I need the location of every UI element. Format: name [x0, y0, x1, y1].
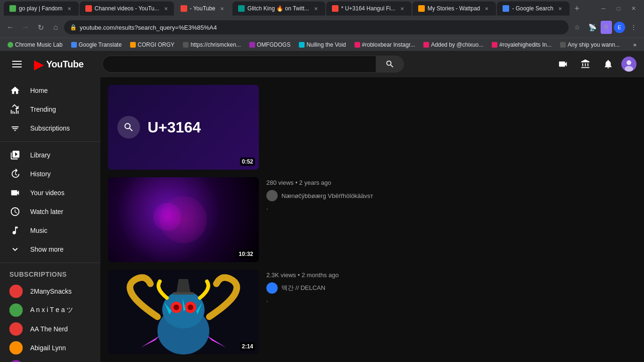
- address-bar[interactable]: 🔒 youtube.com/results?search_query=%E3%8…: [64, 20, 569, 34]
- views-2: 280 views: [266, 179, 294, 186]
- svg-point-5: [625, 66, 633, 72]
- home-button[interactable]: ⌂: [49, 21, 62, 34]
- bookmark-chrismcken[interactable]: https://chrismcken...: [179, 40, 245, 50]
- svg-rect-2: [12, 66, 22, 67]
- bookmark-corgi-orgy[interactable]: CORGI ORGY: [126, 40, 178, 50]
- views-3: 2.3K views: [266, 272, 296, 279]
- cast-button[interactable]: 📡: [586, 21, 599, 34]
- bookmark-omfgdogs[interactable]: OMFGDOGS: [246, 40, 294, 50]
- forward-button[interactable]: →: [19, 21, 32, 34]
- time-ago-2: 2 years ago: [299, 179, 331, 186]
- sidebar-item-subscriptions[interactable]: Subscriptions: [4, 119, 97, 138]
- close-window-button[interactable]: ✕: [627, 2, 640, 15]
- tab-1[interactable]: go play | Fandom ✕: [4, 1, 79, 16]
- tab-7-label: - Google Search: [512, 5, 553, 12]
- maximize-button[interactable]: □: [612, 2, 625, 15]
- bookmark-label: https://chrismcken...: [190, 41, 241, 48]
- video-meta-3: 2.3K views • 2 months ago: [266, 272, 636, 279]
- tab-6[interactable]: My Stories - Wattpad ✕: [413, 1, 496, 16]
- bookmarks-bar: Chrome Music Lab Google Translate CORGI …: [0, 38, 644, 51]
- back-button[interactable]: ←: [4, 21, 17, 34]
- tab-5[interactable]: * U+3164 Hangul Fi... ✕: [326, 1, 412, 16]
- bookmark-any-ship[interactable]: Any ship you wann...: [556, 40, 624, 50]
- extensions-button[interactable]: R: [601, 21, 612, 34]
- tab-4-label: Glitch King 🔥 on Twitt...: [248, 5, 309, 12]
- bookmark-label: #royalehighedits In...: [499, 41, 552, 48]
- subscription-item-anxitea[interactable]: A n x i T e a ツ: [4, 301, 97, 320]
- bookmark-added-chixuo[interactable]: Added by @chixuo...: [420, 40, 487, 50]
- sidebar-item-label: Library: [30, 151, 50, 159]
- subscriptions-icon: [9, 123, 21, 134]
- bookmark-nulling-void[interactable]: Nulling the Void: [295, 40, 349, 50]
- tab-4[interactable]: Glitch King 🔥 on Twitt... ✕: [232, 1, 325, 16]
- tab-2-close[interactable]: ✕: [162, 5, 170, 12]
- sidebar-item-music[interactable]: Music: [4, 221, 97, 240]
- sidebar-item-show-more[interactable]: Show more: [4, 240, 97, 259]
- apps-button[interactable]: [576, 55, 595, 74]
- tab-2[interactable]: Channel videos - YouTu... ✕: [80, 1, 174, 16]
- sidebar-item-home[interactable]: Home: [4, 81, 97, 100]
- youtube-logo[interactable]: ▶ YouTube: [34, 57, 83, 72]
- subscription-item-2manysnacks[interactable]: 2ManySnacks: [4, 282, 97, 301]
- tab-4-favicon: [238, 5, 245, 12]
- upload-button[interactable]: [553, 55, 572, 74]
- show-more-label: Show more: [30, 246, 64, 253]
- sidebar-item-label: Music: [30, 227, 48, 234]
- video-desc-2: ·: [266, 205, 636, 212]
- bookmark-google-translate[interactable]: Google Translate: [67, 40, 125, 50]
- tab-7-close[interactable]: ✕: [556, 5, 564, 12]
- subscription-item-aa-the-nerd[interactable]: AA The Nerd: [4, 320, 97, 338]
- thumbnail-1[interactable]: U+3164 0:52: [108, 85, 259, 170]
- bookmark-label: Nulling the Void: [306, 41, 346, 48]
- reload-button[interactable]: ↻: [34, 21, 47, 34]
- tab-4-close[interactable]: ✕: [312, 5, 320, 12]
- tab-3-close[interactable]: ✕: [218, 5, 226, 12]
- search-form: [102, 56, 404, 73]
- bookmark-royalehigh[interactable]: #royalehighedits In...: [488, 40, 555, 50]
- sidebar-item-label: Trending: [30, 106, 56, 113]
- tab-2-label: Channel videos - YouTu...: [95, 5, 159, 12]
- bookmarks-more[interactable]: »: [629, 40, 640, 50]
- sidebar-item-history[interactable]: History: [4, 165, 97, 183]
- tab-7[interactable]: - Google Search ✕: [497, 1, 569, 16]
- bookmark-robloxbear[interactable]: #robloxbear Instagr...: [351, 40, 419, 50]
- notifications-button[interactable]: [599, 55, 618, 74]
- sidebar-item-trending[interactable]: Trending: [4, 100, 97, 119]
- profile-button[interactable]: E: [614, 22, 625, 33]
- minimize-button[interactable]: ─: [597, 2, 610, 15]
- sidebar-item-library[interactable]: Library: [4, 146, 97, 165]
- menu-button[interactable]: ⋮: [627, 21, 640, 34]
- subscription-avatar: [9, 322, 23, 336]
- tab-3-label: - YouTube: [190, 5, 215, 12]
- svg-point-19: [173, 304, 179, 310]
- svg-point-20: [188, 304, 193, 310]
- thumbnail-3[interactable]: 2:14: [108, 270, 259, 354]
- channel-avatar-3: [266, 282, 278, 294]
- trending-icon: [9, 104, 21, 115]
- bookmark-label: Google Translate: [79, 41, 122, 48]
- subscription-label: AA The Nerd: [30, 325, 68, 333]
- thumbnail-2[interactable]: 10:32: [108, 177, 259, 262]
- menu-icon[interactable]: [8, 55, 26, 74]
- bookmark-label: OMFGDOGS: [257, 41, 290, 48]
- sidebar-item-your-videos[interactable]: Your videos: [4, 183, 97, 202]
- subscription-item-abigail-lynn[interactable]: Abigail Lynn: [4, 338, 97, 357]
- bookmark-chrome-music-lab[interactable]: Chrome Music Lab: [4, 40, 66, 50]
- sidebar-item-watch-later[interactable]: Watch later: [4, 202, 97, 221]
- user-avatar[interactable]: [621, 57, 636, 72]
- tab-6-close[interactable]: ✕: [483, 5, 490, 12]
- channel-name-2[interactable]: Nænøčÿbbøærg Vbëŕřhölökäävsт: [281, 192, 373, 199]
- search-input[interactable]: [102, 56, 376, 73]
- bookmark-star[interactable]: ☆: [570, 21, 584, 34]
- tab-1-close[interactable]: ✕: [66, 5, 73, 12]
- svg-point-9: [9, 341, 23, 354]
- tab-3[interactable]: - YouTube ✕: [175, 1, 231, 16]
- search-button[interactable]: [376, 56, 404, 73]
- channel-name-3[interactable]: 덱간 // DELCAN: [281, 284, 325, 292]
- tab-5-close[interactable]: ✕: [398, 5, 406, 12]
- home-icon: [9, 85, 21, 96]
- new-tab-button[interactable]: +: [570, 2, 584, 15]
- tab-5-favicon: [332, 5, 339, 12]
- subscription-item-aimkid[interactable]: aimkid: [4, 357, 97, 362]
- separator-3: •: [298, 272, 302, 279]
